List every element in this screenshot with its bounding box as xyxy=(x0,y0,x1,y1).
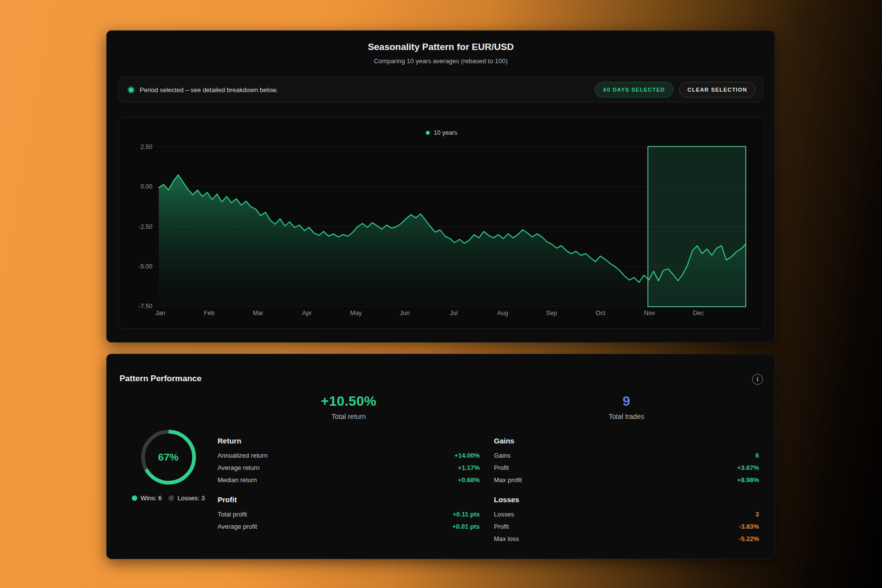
stat-value: 3 xyxy=(756,511,759,518)
stat-row: Max loss -5.22% xyxy=(494,533,759,545)
losses-label: Losses: 3 xyxy=(177,494,205,502)
x-axis-label: Feb xyxy=(204,310,215,317)
status-dot-icon xyxy=(128,87,134,93)
wins-dot-icon xyxy=(132,495,137,501)
stat-row: Average profit +0.01 pts xyxy=(218,520,480,533)
app-background: Seasonality Pattern for EUR/USD Comparin… xyxy=(0,0,882,588)
y-axis-label: 0.00 xyxy=(141,183,152,190)
wins-legend-item: Wins: 6 xyxy=(132,494,162,502)
clear-selection-button[interactable]: CLEAR SELECTION xyxy=(679,82,756,98)
legend-label: 10 years xyxy=(434,129,457,136)
stat-label: Profit xyxy=(494,523,509,530)
stat-value: +1.17% xyxy=(458,464,480,471)
total-return-value: +10.50% xyxy=(218,393,480,409)
losses-section: Losses Losses 3 Profit -3.83% Max loss -… xyxy=(494,495,759,545)
stat-label: Profit xyxy=(494,464,509,471)
days-selected-badge: 60 DAYS SELECTED xyxy=(595,82,673,98)
section-title: Losses xyxy=(494,495,759,504)
stat-value: +0.11 pts xyxy=(453,511,480,518)
y-axis-label: -7.50 xyxy=(139,303,153,310)
page-title: Seasonality Pattern for EUR/USD xyxy=(107,42,775,52)
performance-heading: Pattern Performance xyxy=(120,374,201,384)
stat-label: Median return xyxy=(218,476,257,484)
stat-label: Max profit xyxy=(494,476,522,484)
win-rate-percentage: 67% xyxy=(139,428,198,487)
stat-row: Losses 3 xyxy=(494,508,759,520)
period-selected-message: Period selected – see detailed breakdown… xyxy=(140,86,595,94)
section-title: Return xyxy=(218,437,480,445)
x-axis-label: Jun xyxy=(400,310,410,317)
stat-row: Average return +1.17% xyxy=(218,462,480,474)
x-axis-label: Sep xyxy=(546,310,557,317)
stat-row: Profit -3.83% xyxy=(494,520,759,533)
stat-value: +14.00% xyxy=(454,452,480,459)
stat-value: +0.01 pts xyxy=(452,523,480,530)
stat-label: Annualized return xyxy=(218,452,268,459)
stat-row: Median return +0.68% xyxy=(218,474,480,486)
stat-label: Max loss xyxy=(494,535,519,542)
x-axis-label: Dec xyxy=(693,310,704,317)
x-axis-label: Nov xyxy=(644,310,655,317)
win-rate-widget: 67% Wins: 6 Losses: 3 xyxy=(123,428,214,502)
stat-label: Average return xyxy=(218,464,260,471)
win-loss-legend: Wins: 6 Losses: 3 xyxy=(123,494,214,502)
y-axis-label: -2.50 xyxy=(139,223,153,230)
stat-value: +3.67% xyxy=(737,464,759,471)
section-title: Gains xyxy=(494,437,759,445)
info-icon[interactable]: i xyxy=(752,374,763,385)
x-axis-label: Apr xyxy=(302,310,312,317)
wins-label: Wins: 6 xyxy=(141,494,162,502)
y-axis-label: 2.50 xyxy=(141,144,152,150)
x-axis-label: Mar xyxy=(253,310,264,317)
stat-value: +8.98% xyxy=(737,476,759,484)
seasonality-chart[interactable]: 2.500.00-2.50-5.00-7.50JanFebMarAprMayJu… xyxy=(119,118,764,328)
losses-dot-icon xyxy=(169,495,174,501)
stat-label: Gains xyxy=(494,452,511,459)
pattern-performance-card: Pattern Performance i +10.50% Total retu… xyxy=(106,354,775,559)
stat-row: Profit +3.67% xyxy=(494,462,759,474)
x-axis-label: Jul xyxy=(450,310,458,317)
total-trades-stat: 9 Total trades xyxy=(494,393,759,420)
x-axis-label: Jan xyxy=(155,310,165,317)
stat-value: -3.83% xyxy=(739,523,759,530)
stat-row: Gains 6 xyxy=(494,449,759,462)
stat-row: Max profit +8.98% xyxy=(494,474,759,486)
stat-label: Average profit xyxy=(218,523,257,530)
page-subtitle: Comparing 10 years averages (rebased to … xyxy=(107,57,775,65)
x-axis-label: May xyxy=(350,310,362,317)
stat-row: Annualized return +14.00% xyxy=(218,449,480,462)
period-selected-banner: Period selected – see detailed breakdown… xyxy=(119,77,763,102)
total-return-stat: +10.50% Total return xyxy=(218,393,480,420)
x-axis-label: Aug xyxy=(497,310,508,317)
seasonality-chart-panel: 2.500.00-2.50-5.00-7.50JanFebMarAprMayJu… xyxy=(119,117,764,329)
total-return-label: Total return xyxy=(218,413,480,420)
losses-legend-item: Losses: 3 xyxy=(169,494,205,502)
selected-period-region[interactable] xyxy=(648,147,746,307)
stat-label: Total profit xyxy=(218,511,247,518)
stat-label: Losses xyxy=(494,511,514,518)
section-title: Profit xyxy=(218,495,480,504)
total-trades-label: Total trades xyxy=(494,413,759,420)
profit-section: Profit Total profit +0.11 pts Average pr… xyxy=(218,495,480,533)
total-trades-value: 9 xyxy=(494,393,759,409)
return-section: Return Annualized return +14.00% Average… xyxy=(218,437,480,486)
stat-value: +0.68% xyxy=(458,476,480,484)
stat-value: -5.22% xyxy=(739,535,759,542)
y-axis-label: -5.00 xyxy=(139,263,153,270)
stat-row: Total profit +0.11 pts xyxy=(218,508,480,520)
legend-dot-icon xyxy=(426,131,430,135)
chart-legend: 10 years xyxy=(119,129,764,136)
stat-value: 6 xyxy=(756,452,759,459)
gains-section: Gains Gains 6 Profit +3.67% Max profit +… xyxy=(494,437,759,486)
x-axis-label: Oct xyxy=(596,310,606,317)
seasonality-card: Seasonality Pattern for EUR/USD Comparin… xyxy=(106,30,775,343)
